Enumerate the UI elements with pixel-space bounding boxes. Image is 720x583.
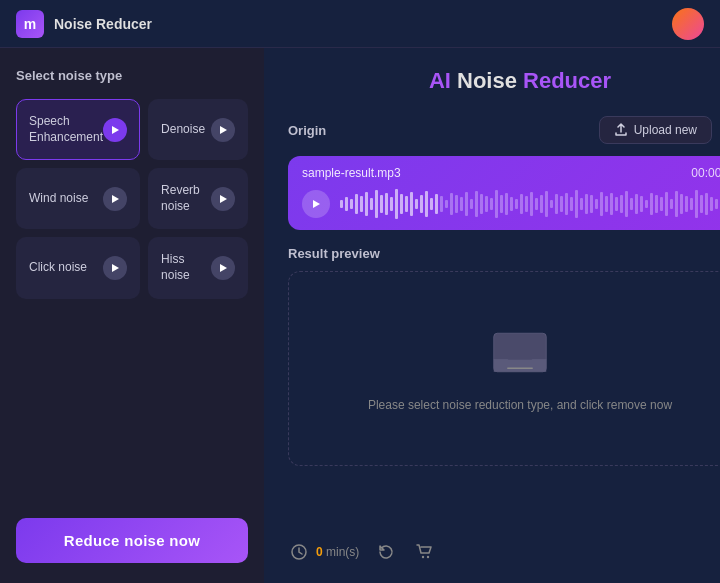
svg-marker-6 <box>313 200 320 208</box>
header-left: m Noise Reducer <box>16 10 152 38</box>
footer: 0 min(s) <box>288 533 720 563</box>
noise-label-click: Click noise <box>29 260 87 276</box>
svg-marker-3 <box>220 195 227 203</box>
app-title: Noise Reducer <box>54 16 152 32</box>
origin-header: Origin Upload new <box>288 114 720 146</box>
upload-icon <box>614 123 628 137</box>
svg-marker-2 <box>112 195 119 203</box>
origin-label: Origin <box>288 123 326 138</box>
right-panel: AI Noise Reducer Origin Upload new <box>264 48 720 583</box>
audio-duration: 00:00:12 <box>691 166 720 180</box>
noise-label-reverb: Reverb noise <box>161 183 211 214</box>
section-title: Select noise type <box>16 68 248 83</box>
noise-type-grid: SpeechEnhancement Denoise Wind noise <box>16 99 248 299</box>
page-heading: AI Noise Reducer <box>288 68 720 94</box>
result-box: Please select noise reduction type, and … <box>288 271 720 466</box>
footer-timer: 0 min(s) <box>288 541 359 563</box>
svg-point-10 <box>422 556 424 558</box>
audio-play-button[interactable] <box>302 190 330 218</box>
waveform <box>340 188 720 220</box>
audio-filename: sample-result.mp3 <box>302 166 401 180</box>
noise-label-denoise: Denoise <box>161 122 205 138</box>
result-section: Result preview Please select noise reduc… <box>288 246 720 519</box>
svg-rect-8 <box>494 359 547 371</box>
svg-point-11 <box>427 556 429 558</box>
heading-ai: AI <box>429 68 457 93</box>
origin-actions: Upload new <box>599 114 720 146</box>
play-icon-hiss[interactable] <box>211 256 235 280</box>
noise-item-hiss[interactable]: Hiss noise <box>148 237 248 298</box>
svg-marker-5 <box>220 264 227 272</box>
upload-new-button[interactable]: Upload new <box>599 116 712 144</box>
play-icon-speech[interactable] <box>103 118 127 142</box>
timer-unit: min(s) <box>326 545 359 559</box>
audio-play-icon <box>311 199 321 209</box>
cart-icon[interactable] <box>413 541 435 563</box>
main-layout: Select noise type SpeechEnhancement Deno… <box>0 48 720 583</box>
svg-marker-1 <box>220 126 227 134</box>
timer-value: 0 <box>316 545 323 559</box>
result-placeholder-text: Please select noise reduction type, and … <box>368 398 672 412</box>
left-panel: Select noise type SpeechEnhancement Deno… <box>0 48 264 583</box>
origin-section: Origin Upload new <box>288 114 720 230</box>
noise-label-wind: Wind noise <box>29 191 88 207</box>
noise-item-wind[interactable]: Wind noise <box>16 168 140 229</box>
noise-item-denoise[interactable]: Denoise <box>148 99 248 160</box>
refresh-icon[interactable] <box>375 541 397 563</box>
timer-icon <box>288 541 310 563</box>
audio-controls <box>302 188 720 220</box>
heading-noise: Noise <box>457 68 523 93</box>
play-icon-wind[interactable] <box>103 187 127 211</box>
play-icon-denoise[interactable] <box>211 118 235 142</box>
app-logo: m <box>16 10 44 38</box>
noise-item-reverb[interactable]: Reverb noise <box>148 168 248 229</box>
app-header: m Noise Reducer <box>0 0 720 48</box>
heading-reducer: Reducer <box>523 68 611 93</box>
avatar[interactable] <box>672 8 704 40</box>
result-label: Result preview <box>288 246 720 261</box>
reduce-noise-button[interactable]: Reduce noise now <box>16 518 248 563</box>
noise-item-click[interactable]: Click noise <box>16 237 140 298</box>
audio-meta: sample-result.mp3 00:00:12 <box>302 166 720 180</box>
inbox-icon <box>485 326 555 386</box>
svg-marker-0 <box>112 126 119 134</box>
audio-player: sample-result.mp3 00:00:12 <box>288 156 720 230</box>
play-icon-reverb[interactable] <box>211 187 235 211</box>
noise-label-hiss: Hiss noise <box>161 252 211 283</box>
svg-marker-4 <box>112 264 119 272</box>
noise-item-speech-enhancement[interactable]: SpeechEnhancement <box>16 99 140 160</box>
noise-label-speech: SpeechEnhancement <box>29 114 103 145</box>
play-icon-click[interactable] <box>103 256 127 280</box>
